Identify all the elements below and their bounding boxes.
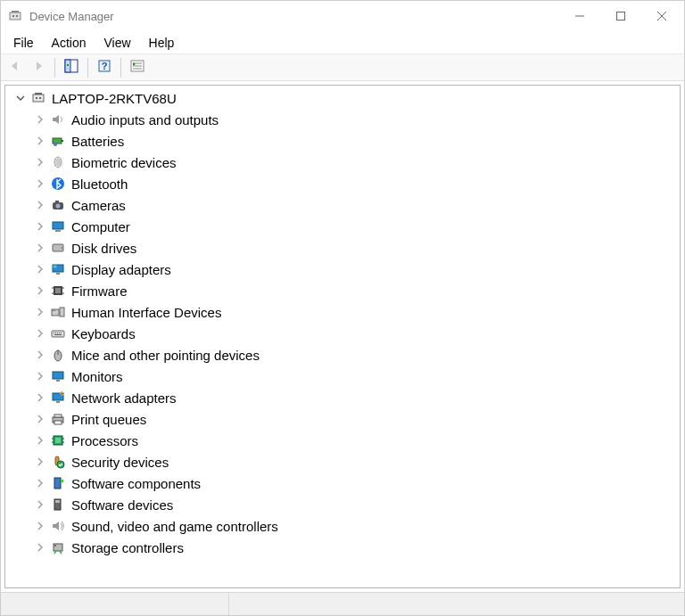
tree-category[interactable]: Security devices: [9, 451, 680, 472]
tree-category-label: Disk drives: [71, 241, 136, 256]
tree-category[interactable]: Human Interface Devices: [9, 301, 680, 323]
help-icon: ?: [97, 59, 111, 76]
titlebar[interactable]: Device Manager: [1, 1, 684, 31]
chevron-right-icon[interactable]: [34, 220, 46, 233]
svg-point-19: [36, 97, 37, 99]
tree-category-label: Firmware: [71, 283, 128, 299]
toolbar-help-button[interactable]: ?: [94, 57, 115, 78]
battery-icon: [50, 133, 66, 149]
tree-category[interactable]: Network adapters: [9, 387, 680, 408]
tree-category[interactable]: Cameras: [9, 194, 680, 216]
computer-icon: [50, 218, 66, 234]
chevron-right-icon[interactable]: [34, 434, 46, 447]
svg-rect-58: [56, 401, 60, 403]
svg-point-20: [39, 97, 41, 99]
tree-category[interactable]: Keyboards: [9, 323, 680, 344]
svg-rect-34: [54, 266, 57, 268]
toolbar-action-button[interactable]: [127, 57, 148, 78]
tree-root-label: LAPTOP-2RKTV68U: [52, 91, 177, 106]
chevron-right-icon[interactable]: [34, 242, 46, 254]
tree-category-label: Bluetooth: [71, 177, 128, 192]
toolbar-forward-button[interactable]: [28, 57, 49, 78]
svg-rect-45: [54, 310, 55, 311]
chevron-right-icon[interactable]: [34, 284, 46, 297]
biometric-icon: [50, 154, 66, 170]
svg-rect-43: [60, 308, 64, 316]
arrow-left-icon: [8, 59, 22, 76]
chevron-right-icon[interactable]: [34, 156, 46, 168]
chevron-right-icon[interactable]: [34, 520, 46, 532]
chevron-right-icon[interactable]: [34, 199, 46, 211]
chevron-right-icon[interactable]: [34, 370, 46, 382]
svg-rect-60: [54, 415, 62, 417]
tree-category[interactable]: Computer: [9, 216, 680, 237]
tree-category-label: Monitors: [71, 369, 123, 384]
tree-category[interactable]: Monitors: [9, 365, 680, 387]
svg-rect-56: [56, 380, 60, 382]
tree-category-label: Network adapters: [71, 390, 177, 406]
tree-category[interactable]: Bluetooth: [9, 173, 680, 194]
console-tree-icon: [64, 59, 78, 76]
cpu-icon: [50, 432, 66, 448]
chevron-right-icon[interactable]: [34, 327, 46, 340]
tree-category[interactable]: Software devices: [9, 494, 680, 515]
svg-rect-70: [54, 478, 61, 489]
minimize-button[interactable]: [559, 3, 600, 29]
chevron-right-icon[interactable]: [34, 391, 46, 404]
menu-file[interactable]: File: [4, 33, 43, 53]
chevron-right-icon[interactable]: [34, 135, 46, 147]
svg-rect-1: [12, 11, 19, 12]
chevron-right-icon[interactable]: [34, 498, 46, 511]
chevron-right-icon[interactable]: [34, 456, 46, 468]
tree-category[interactable]: Storage controllers: [9, 537, 680, 558]
svg-rect-30: [55, 230, 61, 232]
printer-icon: [50, 411, 66, 427]
chevron-right-icon[interactable]: [34, 177, 46, 190]
tree-category[interactable]: Sound, video and game controllers: [9, 515, 680, 537]
chevron-down-icon[interactable]: [14, 92, 27, 104]
svg-rect-21: [53, 138, 62, 144]
tree-category[interactable]: Biometric devices: [9, 152, 680, 173]
chevron-right-icon[interactable]: [34, 541, 46, 554]
sound-icon: [50, 518, 66, 534]
tree-category[interactable]: Display adapters: [9, 259, 680, 280]
menu-view[interactable]: View: [95, 33, 139, 53]
chevron-right-icon[interactable]: [34, 263, 46, 275]
svg-rect-55: [53, 372, 63, 379]
svg-rect-18: [35, 93, 42, 94]
menu-help[interactable]: Help: [140, 33, 184, 53]
svg-rect-71: [61, 480, 63, 482]
tree-category[interactable]: Firmware: [9, 280, 680, 301]
svg-rect-49: [57, 333, 58, 333]
tree-category[interactable]: Print queues: [9, 408, 680, 430]
tree-category[interactable]: Software components: [9, 472, 680, 494]
display-icon: [50, 261, 66, 277]
arrow-right-icon: [31, 59, 45, 76]
toolbar-separator: [120, 58, 121, 78]
svg-text:?: ?: [102, 61, 108, 71]
maximize-button[interactable]: [600, 3, 641, 29]
chevron-right-icon[interactable]: [34, 349, 46, 361]
chevron-right-icon[interactable]: [34, 477, 46, 489]
chevron-right-icon[interactable]: [34, 113, 46, 126]
tree-root[interactable]: LAPTOP-2RKTV68U: [9, 87, 680, 109]
svg-rect-63: [55, 438, 61, 443]
disk-icon: [50, 240, 66, 256]
tree-category-label: Audio inputs and outputs: [71, 112, 219, 127]
chevron-right-icon[interactable]: [34, 306, 46, 318]
tree-category[interactable]: Audio inputs and outputs: [9, 109, 680, 130]
tree-category[interactable]: Mice and other pointing devices: [9, 344, 680, 365]
security-icon: [50, 454, 66, 470]
tree-category[interactable]: Batteries: [9, 130, 680, 152]
toolbar-show-hide-tree-button[interactable]: [61, 57, 82, 78]
tree-category[interactable]: Processors: [9, 430, 680, 451]
softcomp-icon: [50, 475, 66, 491]
menu-action[interactable]: Action: [43, 33, 95, 53]
app-icon: [8, 9, 22, 23]
device-tree[interactable]: LAPTOP-2RKTV68UAudio inputs and outputsB…: [5, 86, 680, 587]
chevron-right-icon[interactable]: [34, 413, 46, 425]
toolbar-back-button[interactable]: [4, 57, 26, 78]
close-button[interactable]: [641, 3, 682, 29]
tree-category[interactable]: Disk drives: [9, 237, 680, 259]
statusbar-pane: [1, 593, 229, 615]
